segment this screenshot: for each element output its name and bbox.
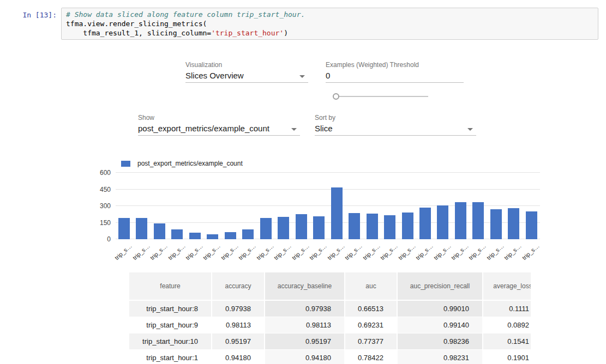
metric-cell: 0.1541 xyxy=(482,333,531,349)
x-tick-label: trip_s… xyxy=(521,242,541,261)
x-tick: trip_s… xyxy=(367,240,378,260)
bar[interactable] xyxy=(419,208,431,239)
bar[interactable] xyxy=(313,216,325,239)
x-tick-label: trip_s… xyxy=(361,242,381,261)
bar[interactable] xyxy=(118,218,130,239)
cell-prompt: In [13]: xyxy=(0,8,57,19)
bar[interactable] xyxy=(171,229,183,239)
x-tick-label: trip_s… xyxy=(415,242,434,261)
x-tick: trip_s… xyxy=(313,240,325,260)
x-tick: trip_s… xyxy=(455,240,466,260)
table-row[interactable]: trip_start_hour:10.941800.941800.784220.… xyxy=(129,349,531,364)
y-tick-label: 600 xyxy=(89,169,111,177)
x-tick: trip_s… xyxy=(526,240,537,260)
feature-cell: trip_start_hour:9 xyxy=(129,317,211,333)
bar[interactable] xyxy=(526,211,537,239)
column-header-accuracy[interactable]: accuracy xyxy=(211,272,264,300)
table-header-row: featureaccuracyaccuracy_baselineaucauc_p… xyxy=(129,272,531,301)
x-tick: trip_s… xyxy=(189,240,201,260)
threshold-label: Examples (Weighted) Threshold xyxy=(326,61,419,69)
x-tick-label: trip_s… xyxy=(397,242,416,261)
bar[interactable] xyxy=(490,209,502,239)
show-metric-value: post_export_metrics/example_count xyxy=(138,124,269,133)
metric-cell: 0.0892 xyxy=(482,317,531,333)
table-row[interactable]: trip_start_hour:80.979380.979380.665130.… xyxy=(129,301,531,317)
x-tick-label: trip_s… xyxy=(184,242,204,261)
threshold-slider-track[interactable] xyxy=(336,96,428,97)
metric-cell: 0.1901 xyxy=(482,350,531,364)
metrics-table: featureaccuracyaccuracy_baselineaucauc_p… xyxy=(129,272,531,364)
bar[interactable] xyxy=(384,215,395,239)
threshold-value: 0 xyxy=(326,71,330,80)
x-tick: trip_s… xyxy=(242,240,254,260)
metric-cell: 0.95197 xyxy=(211,333,264,349)
table-row[interactable]: trip_start_hour:100.951970.951970.773770… xyxy=(129,333,531,349)
y-tick-label: 300 xyxy=(89,202,111,210)
column-header-accuracy_baseline[interactable]: accuracy_baseline xyxy=(264,272,344,300)
bar[interactable] xyxy=(225,232,236,239)
table-row[interactable]: trip_start_hour:90.981130.981130.692310.… xyxy=(129,317,531,333)
x-tick-label: trip_s… xyxy=(273,242,292,261)
code-editor[interactable]: # Show data sliced along feature column … xyxy=(61,8,598,40)
bar[interactable] xyxy=(472,202,484,239)
bar[interactable] xyxy=(296,214,307,239)
x-tick-label: trip_s… xyxy=(255,242,275,261)
code-close-paren: ) xyxy=(284,29,288,37)
x-tick: trip_s… xyxy=(225,240,236,260)
sort-by-dropdown[interactable]: Slice xyxy=(315,123,476,136)
x-tick-label: trip_s… xyxy=(237,242,257,261)
threshold-slider-handle[interactable] xyxy=(333,93,339,100)
bar[interactable] xyxy=(455,202,466,239)
x-tick-label: trip_s… xyxy=(450,242,470,261)
bar[interactable] xyxy=(207,234,218,239)
x-tick-label: trip_s… xyxy=(326,242,345,261)
column-header-feature[interactable]: feature xyxy=(129,272,211,300)
show-metric-dropdown[interactable]: post_export_metrics/example_count xyxy=(138,123,300,136)
x-tick: trip_s… xyxy=(136,240,147,260)
legend-label: post_export_metrics/example_count xyxy=(137,160,243,167)
chevron-down-icon xyxy=(467,128,473,131)
bar[interactable] xyxy=(189,233,201,239)
metric-cell: 0.97938 xyxy=(211,301,264,317)
code-indent xyxy=(66,29,83,37)
x-tick: trip_s… xyxy=(118,240,130,260)
x-tick: trip_s… xyxy=(171,240,183,260)
bar[interactable] xyxy=(242,229,254,239)
x-tick: trip_s… xyxy=(508,240,519,260)
metrics-table-inner: featureaccuracyaccuracy_baselineaucauc_p… xyxy=(129,272,531,364)
threshold-input[interactable]: 0 xyxy=(326,70,464,83)
column-header-auc_precision_recall[interactable]: auc_precision_recall xyxy=(397,272,482,300)
bar[interactable] xyxy=(367,214,378,239)
column-header-auc[interactable]: auc xyxy=(344,272,397,300)
bar[interactable] xyxy=(402,213,413,239)
x-tick-label: trip_s… xyxy=(202,242,221,261)
bar[interactable] xyxy=(278,217,289,239)
x-tick-label: trip_s… xyxy=(149,242,169,261)
metric-cell: 0.99140 xyxy=(397,317,482,333)
feature-cell: trip_start_hour:8 xyxy=(129,301,211,317)
code-comment: # Show data sliced along feature column … xyxy=(66,10,305,19)
bar[interactable] xyxy=(154,223,165,239)
bar[interactable] xyxy=(437,205,448,239)
column-header-average_loss[interactable]: average_loss xyxy=(482,272,531,300)
x-tick: trip_s… xyxy=(472,240,484,260)
metric-cell: 0.69231 xyxy=(344,317,397,333)
visualization-value: Slices Overview xyxy=(185,71,244,80)
x-tick: trip_s… xyxy=(437,240,448,260)
chart-legend: post_export_metrics/example_count xyxy=(121,160,243,167)
visualization-dropdown[interactable]: Slices Overview xyxy=(185,70,308,83)
metric-cell: 0.66513 xyxy=(344,301,397,317)
bar[interactable] xyxy=(349,213,360,239)
bar[interactable] xyxy=(136,218,147,239)
sort-by-label: Sort by xyxy=(315,114,335,122)
x-tick-label: trip_s… xyxy=(291,242,310,261)
bar[interactable] xyxy=(260,218,272,239)
x-axis-labels: trip_s…trip_s…trip_s…trip_s…trip_s…trip_… xyxy=(116,240,540,260)
x-tick: trip_s… xyxy=(349,240,360,260)
bar[interactable] xyxy=(508,208,519,239)
x-tick: trip_s… xyxy=(419,240,431,260)
bar[interactable] xyxy=(331,187,343,239)
x-tick-label: trip_s… xyxy=(485,242,505,261)
x-tick: trip_s… xyxy=(154,240,165,260)
metric-cell: 0.78422 xyxy=(344,350,397,364)
